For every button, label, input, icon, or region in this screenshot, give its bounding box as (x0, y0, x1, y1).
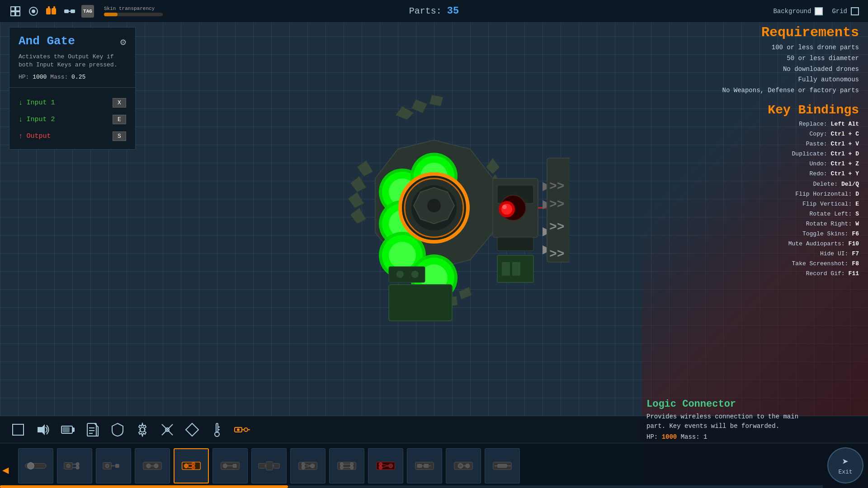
shield-tool-button[interactable] (108, 421, 127, 439)
circle-tool-icon[interactable] (27, 5, 40, 18)
background-control[interactable]: Background (773, 7, 823, 15)
audio-tool-button[interactable] (34, 421, 52, 439)
svg-marker-90 (186, 423, 198, 436)
panel-divider (9, 87, 135, 88)
tray-item-5[interactable] (174, 448, 209, 483)
tray-item-7[interactable] (251, 448, 287, 483)
info-stats: HP: 1000 Mass: 1 (646, 433, 818, 441)
weapon-tool-button[interactable] (158, 421, 176, 439)
input1-key[interactable]: X (113, 98, 126, 108)
svg-point-136 (311, 464, 315, 468)
svg-rect-164 (498, 464, 507, 467)
svg-rect-91 (216, 423, 218, 432)
grid-tool-icon[interactable] (9, 5, 22, 18)
tray-item-6[interactable] (212, 448, 248, 483)
tray-item-toggle[interactable] (18, 448, 53, 483)
tray-item-11[interactable] (407, 448, 442, 483)
tray-item-8[interactable] (290, 448, 326, 483)
top-toolbar: TAG Skin transparency Parts: 35 Backgrou… (0, 0, 868, 23)
document-tool-button[interactable] (84, 421, 102, 439)
binding-toggle-skins: Toggle Skins: F6 (669, 229, 859, 239)
tray-item-4[interactable] (135, 448, 170, 483)
svg-point-107 (76, 462, 79, 465)
svg-point-119 (184, 464, 188, 468)
svg-marker-18 (348, 192, 364, 208)
req-item: No downloaded drones (669, 64, 859, 75)
svg-rect-74 (389, 267, 425, 282)
drone-visualization[interactable]: >> >> >> >> (298, 70, 570, 341)
tray-item-10[interactable] (368, 448, 403, 483)
req-item: 100 or less drone parts (669, 42, 859, 53)
svg-rect-8 (48, 6, 50, 9)
parts-tool-icon[interactable] (45, 5, 58, 18)
svg-point-42 (389, 242, 416, 269)
diamond-tool-button[interactable] (183, 421, 201, 439)
binding-flip-v: Flip Vertical: E (669, 199, 859, 209)
bindings-list: Replace: Left Alt Copy: Ctrl + C Paste: … (669, 119, 859, 279)
input1-label: ↓ Input 1 (19, 99, 55, 107)
toolbar-icons: TAG Skin transparency (9, 5, 163, 18)
panel-description: Activates the Output Key if both Input K… (9, 51, 135, 71)
skin-slider[interactable] (104, 13, 163, 16)
panel-header: And Gate ⚙ (9, 28, 135, 51)
grid-checkbox[interactable] (851, 7, 859, 15)
skin-slider-fill (104, 13, 118, 16)
binding-paste: Paste: Ctrl + V (669, 139, 859, 149)
req-item: Fully autonomous (669, 75, 859, 85)
svg-point-134 (302, 462, 305, 465)
binding-flip-h: Flip Horizontal: D (669, 189, 859, 199)
settings-icon[interactable]: ⚙ (120, 36, 126, 48)
svg-point-101 (27, 462, 34, 469)
svg-point-125 (223, 464, 227, 468)
svg-rect-9 (53, 6, 55, 9)
svg-rect-11 (71, 9, 75, 13)
grid-control[interactable]: Grid (832, 7, 859, 15)
svg-point-161 (466, 464, 470, 468)
svg-point-112 (106, 465, 108, 467)
select-tool-button[interactable] (9, 421, 27, 439)
info-hp-value: 1000 (662, 433, 677, 441)
requirements-title: Requirements (669, 25, 859, 40)
svg-rect-77 (13, 424, 24, 435)
output-row: ↑ Output S (9, 128, 135, 145)
tray-item-2[interactable] (57, 448, 92, 483)
svg-point-159 (459, 465, 462, 467)
binding-undo: Undo: Ctrl + Z (669, 159, 859, 169)
svg-text:>>: >> (549, 220, 565, 234)
svg-point-5 (32, 10, 35, 13)
panel-title: And Gate (19, 34, 75, 48)
logic-tool-button[interactable] (233, 421, 251, 439)
tray-item-9[interactable] (329, 448, 364, 483)
svg-point-122 (192, 462, 195, 465)
tray-item-13[interactable] (485, 448, 520, 483)
tray-item-12[interactable] (446, 448, 481, 483)
svg-point-115 (146, 464, 151, 468)
battery-tool-button[interactable] (59, 421, 77, 439)
parts-counter: Parts: 35 (409, 5, 459, 17)
left-panel: And Gate ⚙ Activates the Output Key if b… (9, 27, 136, 150)
output-key[interactable]: S (113, 131, 126, 141)
drone-svg: >> >> >> >> (298, 70, 570, 341)
tray-item-3[interactable] (96, 448, 131, 483)
output-label: ↑ Output (19, 132, 51, 141)
exit-button[interactable]: ➤ Exit (827, 447, 863, 483)
svg-rect-153 (417, 464, 421, 467)
skin-label: Skin transparency (104, 6, 163, 11)
input2-key[interactable]: E (113, 115, 126, 124)
svg-marker-78 (38, 424, 45, 435)
tag-badge[interactable]: TAG (81, 5, 94, 18)
tray-scroll-left[interactable]: ◀ (2, 464, 9, 477)
thermometer-tool-button[interactable] (208, 421, 226, 439)
svg-rect-0 (11, 7, 15, 11)
connect-tool-icon[interactable] (63, 5, 76, 18)
background-checkbox[interactable] (815, 7, 823, 15)
svg-point-140 (340, 462, 343, 465)
input2-label: ↓ Input 2 (19, 116, 55, 124)
svg-marker-15 (429, 95, 443, 106)
panel-stats: HP: 1000 Mass: 0.25 (9, 71, 135, 85)
binding-mute: Mute Audioparts: F10 (669, 239, 859, 249)
binding-delete: Delete: Del/Q (669, 179, 859, 189)
gear-tool-button[interactable] (133, 421, 151, 439)
svg-rect-127 (233, 464, 236, 467)
tray-scrollbar[interactable] (0, 485, 823, 488)
